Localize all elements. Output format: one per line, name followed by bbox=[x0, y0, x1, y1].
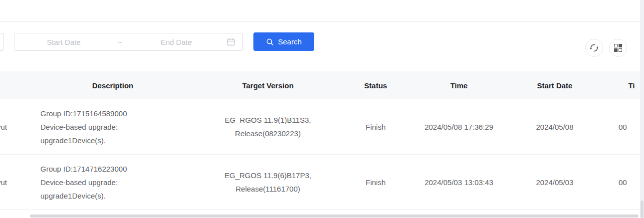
end-date-input[interactable]: End Date bbox=[127, 38, 226, 46]
cell-clipped-right: 00 bbox=[619, 120, 627, 133]
search-icon bbox=[266, 38, 274, 46]
column-header-status: Status bbox=[364, 81, 387, 89]
cell-start-date: 2024/05/03 bbox=[536, 175, 573, 189]
cell-target-version: EG_RGOS 11.9(6)B17P3, Release(11161700) bbox=[224, 169, 311, 196]
cell-description: Group ID:1714716223000 Device-based upgr… bbox=[40, 162, 127, 202]
horizontal-scrollbar[interactable] bbox=[30, 215, 639, 218]
content-card: Start Date ~ End Date Search bbox=[0, 0, 640, 218]
cell-time: 2024/05/08 17:36:29 bbox=[425, 120, 493, 133]
page-background-strip bbox=[640, 0, 644, 218]
vertical-scrollbar[interactable] bbox=[641, 201, 644, 218]
refresh-button[interactable] bbox=[585, 39, 603, 57]
cell-clipped-right: 00 bbox=[619, 175, 627, 189]
upgrade-history-screen: Start Date ~ End Date Search bbox=[0, 0, 644, 218]
date-range-picker[interactable]: Start Date ~ End Date bbox=[14, 33, 243, 51]
column-header-description: Description bbox=[92, 81, 134, 89]
cell-description: Group ID:1715164589000 Device-based upgr… bbox=[40, 106, 127, 147]
column-header-time: Time bbox=[450, 81, 468, 89]
column-settings-button[interactable] bbox=[609, 39, 627, 57]
calendar-icon[interactable] bbox=[225, 36, 236, 47]
table-header: Description Target Version Status Time S… bbox=[0, 71, 640, 99]
search-button-label: Search bbox=[278, 37, 302, 46]
cell-start-date: 2024/05/08 bbox=[536, 120, 573, 133]
table-row: vut Group ID:1714716223000 Device-based … bbox=[0, 155, 640, 210]
column-header-target-version: Target Version bbox=[242, 81, 293, 89]
refresh-icon bbox=[589, 43, 599, 53]
cell-clipped-left: vut bbox=[0, 175, 7, 189]
cell-time: 2024/05/03 13:03:43 bbox=[425, 175, 493, 189]
column-header-start-date: Start Date bbox=[537, 81, 573, 89]
date-range-separator: ~ bbox=[113, 38, 127, 46]
top-divider bbox=[0, 21, 640, 22]
grid-icon bbox=[614, 44, 622, 52]
clipped-filter-input[interactable] bbox=[0, 33, 4, 51]
cell-status: Finish bbox=[366, 120, 386, 133]
search-button[interactable]: Search bbox=[253, 32, 314, 51]
table-row: vut Group ID:1715164589000 Device-based … bbox=[0, 99, 640, 155]
cell-status: Finish bbox=[366, 175, 386, 189]
start-date-input[interactable]: Start Date bbox=[14, 38, 113, 46]
cell-target-version: EG_RGOS 11.9(1)B11S3, Release(08230223) bbox=[225, 113, 311, 140]
cell-clipped-left: vut bbox=[0, 120, 7, 133]
column-header-clipped: Ti bbox=[628, 81, 635, 89]
